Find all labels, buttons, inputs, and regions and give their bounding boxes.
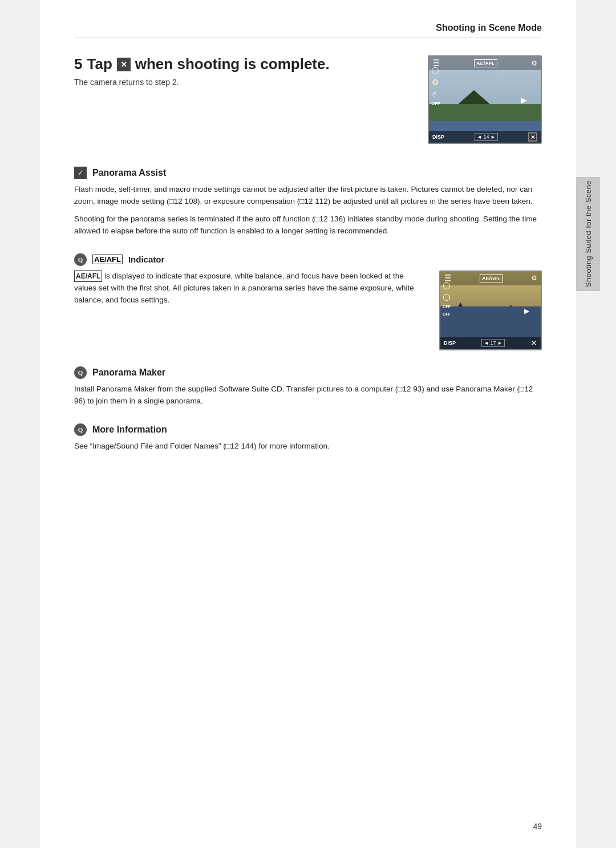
svg-text:⏱: ⏱ — [432, 91, 437, 97]
cam-disp-2: DISP — [444, 340, 456, 346]
step5-content: 5 Tap ✕ when shooting is complete. The c… — [74, 55, 411, 144]
step5-number: 5 — [74, 55, 82, 73]
panorama-assist-para2: Shooting for the panorama series is term… — [74, 213, 542, 237]
cam-flash-icon — [431, 67, 439, 75]
cam-counter-1: ◄ 14 ► — [475, 133, 498, 141]
side-tab-label: Shooting Suited for the Scene — [584, 180, 593, 287]
step5-section: 5 Tap ✕ when shooting is complete. The c… — [74, 55, 542, 144]
ae-afl-label: AE/AFL — [92, 255, 123, 264]
cam-left-icons-2: OFF OFF — [443, 282, 451, 316]
cam-settings-icon-2: ⚙ — [531, 274, 537, 282]
panorama-maker-section: Q Panorama Maker Install Panorama Maker … — [74, 366, 542, 407]
more-info-header: Q More Information — [74, 423, 542, 436]
more-info-icon: Q — [74, 423, 87, 436]
page-number: 49 — [533, 822, 542, 831]
camera-screen-1: AE/AFL ⚙ ⚡ ⏱ OFF ▶ — [428, 55, 542, 144]
page-footer: 49 — [533, 822, 542, 831]
cam-macro-icon-2 — [443, 293, 451, 301]
checkmark-icon: ✓ — [78, 168, 84, 177]
camera-screen-2: AE/AFL ⚙ OFF OFF ▶ — [439, 270, 542, 350]
panorama-maker-title: Panorama Maker — [92, 368, 165, 378]
cam-counter-2: ◄ 17 ► — [481, 339, 505, 347]
cam-left-icons-1: ⚡ ⏱ OFF — [431, 67, 440, 106]
step5-heading-rest: when shooting is complete. — [135, 55, 330, 73]
panorama-assist-para1: Flash mode, self-timer, and macro mode s… — [74, 184, 542, 208]
cam-arrow-icon-2: ▶ — [524, 307, 529, 315]
cam-off-label-3: OFF — [443, 312, 451, 316]
cam-ae-afl-2: AE/AFL — [480, 274, 503, 282]
cam-bottom-bar-1: DISP ◄ 14 ► ✕ — [429, 131, 541, 143]
cam-mode-icon-2 — [443, 282, 451, 290]
cam-x-button: ✕ — [528, 132, 537, 142]
cam-ae-afl-1: AE/AFL — [474, 59, 497, 67]
panorama-maker-header: Q Panorama Maker — [74, 366, 542, 379]
cam-center-arrow-2: ▶ — [524, 305, 529, 316]
ae-afl-body: is displayed to indicate that exposure, … — [74, 272, 414, 304]
step5-sub: The camera returns to step 2. — [74, 78, 411, 87]
panorama-maker-body: Install Panorama Maker from the supplied… — [74, 383, 542, 407]
lens-icon-3: Q — [78, 426, 83, 433]
cam-arrow-icon: ▶ — [521, 96, 527, 104]
panorama-assist-title: Panorama Assist — [92, 168, 166, 178]
cam-settings-icon: ⚙ — [531, 59, 537, 68]
header-title: Shooting in Scene Mode — [436, 23, 542, 33]
panorama-maker-icon: Q — [74, 366, 87, 379]
ae-afl-section: Q AE/AFL Indicator AE/AFL is displayed t… — [74, 253, 542, 350]
cam-disp-1: DISP — [432, 134, 444, 140]
cam-bottom-bar-2: DISP ◄ 17 ► ✕ — [440, 337, 541, 349]
step5-tap-label: Tap — [87, 55, 112, 73]
cam-top-bar-2: AE/AFL ⚙ — [440, 272, 541, 285]
more-info-section: Q More Information See “Image/Sound File… — [74, 423, 542, 453]
step5-heading: 5 Tap ✕ when shooting is complete. — [74, 55, 411, 73]
ae-afl-body-wrap: AE/AFL is displayed to indicate that exp… — [74, 270, 422, 306]
lens-icon: Q — [78, 256, 83, 263]
side-tab: Shooting Suited for the Scene — [576, 177, 600, 291]
ae-afl-section-title: Indicator — [128, 255, 164, 264]
lens-icon-2: Q — [78, 369, 83, 376]
cam-mode-circle — [432, 67, 439, 74]
cam-top-bar-1: AE/AFL ⚙ — [429, 56, 541, 70]
more-info-body: See “Image/Sound File and Folder Names” … — [74, 441, 542, 453]
panorama-assist-icon: ✓ — [74, 167, 87, 179]
ae-afl-content-row: AE/AFL is displayed to indicate that exp… — [74, 270, 542, 350]
ae-afl-inline-label: AE/AFL — [74, 270, 102, 282]
cam-x-icon-2: ✕ — [530, 338, 537, 348]
ae-afl-section-icon: Q — [74, 253, 87, 266]
panorama-assist-section: ✓ Panorama Assist Flash mode, self-timer… — [74, 167, 542, 237]
page: Shooting Suited for the Scene Shooting i… — [40, 0, 576, 848]
cam-center-arrow: ▶ — [521, 95, 527, 105]
svg-text:⚡: ⚡ — [433, 80, 438, 85]
ae-afl-header: Q AE/AFL Indicator — [74, 253, 542, 266]
more-info-title: More Information — [92, 425, 167, 435]
cam-off-label: OFF — [431, 101, 440, 106]
x-button-icon: ✕ — [117, 58, 131, 71]
panorama-assist-header: ✓ Panorama Assist — [74, 167, 542, 179]
cam-off-label-2: OFF — [443, 305, 451, 309]
cam-macro-icon: ⚡ — [431, 78, 439, 86]
page-header: Shooting in Scene Mode — [74, 23, 542, 38]
cam-self-timer-icon: ⏱ — [431, 90, 439, 98]
